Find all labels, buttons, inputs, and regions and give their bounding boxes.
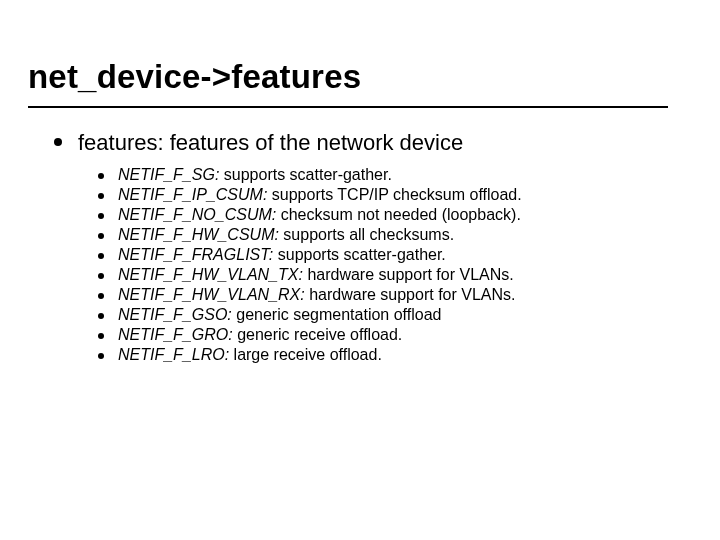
flag-text: NETIF_F_GSO: generic segmentation offloa…	[118, 306, 441, 324]
intro-row: features: features of the network device	[54, 128, 692, 158]
flag-desc: supports TCP/IP checksum offload.	[267, 186, 521, 203]
flag-text: NETIF_F_HW_VLAN_RX: hardware support for…	[118, 286, 515, 304]
slide-title: net_device->features	[28, 58, 668, 108]
slide: net_device->features features: features …	[0, 0, 720, 540]
bullet-icon	[98, 193, 104, 199]
bullet-icon	[98, 313, 104, 319]
flag-name: NETIF_F_SG:	[118, 166, 219, 183]
flag-desc: hardware support for VLANs.	[305, 286, 516, 303]
flag-row: NETIF_F_NO_CSUM: checksum not needed (lo…	[98, 206, 692, 224]
flag-desc: generic receive offload.	[233, 326, 403, 343]
flag-name: NETIF_F_HW_VLAN_RX:	[118, 286, 305, 303]
flag-desc: supports scatter-gather.	[219, 166, 392, 183]
flag-row: NETIF_F_SG: supports scatter-gather.	[98, 166, 692, 184]
flag-desc: generic segmentation offload	[232, 306, 442, 323]
flag-name: NETIF_F_LRO:	[118, 346, 229, 363]
flag-name: NETIF_F_GRO:	[118, 326, 233, 343]
flag-row: NETIF_F_GSO: generic segmentation offloa…	[98, 306, 692, 324]
flag-row: NETIF_F_FRAGLIST: supports scatter-gathe…	[98, 246, 692, 264]
flag-row: NETIF_F_GRO: generic receive offload.	[98, 326, 692, 344]
flag-text: NETIF_F_FRAGLIST: supports scatter-gathe…	[118, 246, 446, 264]
flag-text: NETIF_F_GRO: generic receive offload.	[118, 326, 402, 344]
flag-name: NETIF_F_NO_CSUM:	[118, 206, 276, 223]
bullet-icon	[98, 233, 104, 239]
flag-desc: large receive offload.	[229, 346, 382, 363]
bullet-icon	[54, 138, 62, 146]
flag-row: NETIF_F_HW_VLAN_RX: hardware support for…	[98, 286, 692, 304]
flag-text: NETIF_F_SG: supports scatter-gather.	[118, 166, 392, 184]
flag-desc: hardware support for VLANs.	[303, 266, 514, 283]
flag-text: NETIF_F_IP_CSUM: supports TCP/IP checksu…	[118, 186, 522, 204]
flag-text: NETIF_F_HW_VLAN_TX: hardware support for…	[118, 266, 514, 284]
bullet-icon	[98, 293, 104, 299]
bullet-icon	[98, 273, 104, 279]
bullet-icon	[98, 353, 104, 359]
flag-text: NETIF_F_HW_CSUM: supports all checksums.	[118, 226, 454, 244]
flag-desc: supports scatter-gather.	[273, 246, 446, 263]
flag-row: NETIF_F_HW_VLAN_TX: hardware support for…	[98, 266, 692, 284]
bullet-icon	[98, 213, 104, 219]
flag-name: NETIF_F_HW_CSUM:	[118, 226, 279, 243]
bullet-icon	[98, 253, 104, 259]
flag-desc: supports all checksums.	[279, 226, 454, 243]
flag-list: NETIF_F_SG: supports scatter-gather.NETI…	[98, 166, 692, 364]
flag-text: NETIF_F_LRO: large receive offload.	[118, 346, 382, 364]
flag-row: NETIF_F_HW_CSUM: supports all checksums.	[98, 226, 692, 244]
flag-name: NETIF_F_GSO:	[118, 306, 232, 323]
intro-text: features: features of the network device	[78, 128, 463, 158]
flag-name: NETIF_F_IP_CSUM:	[118, 186, 267, 203]
bullet-icon	[98, 173, 104, 179]
flag-desc: checksum not needed (loopback).	[276, 206, 521, 223]
flag-text: NETIF_F_NO_CSUM: checksum not needed (lo…	[118, 206, 521, 224]
flag-row: NETIF_F_LRO: large receive offload.	[98, 346, 692, 364]
bullet-icon	[98, 333, 104, 339]
flag-name: NETIF_F_HW_VLAN_TX:	[118, 266, 303, 283]
flag-name: NETIF_F_FRAGLIST:	[118, 246, 273, 263]
flag-row: NETIF_F_IP_CSUM: supports TCP/IP checksu…	[98, 186, 692, 204]
